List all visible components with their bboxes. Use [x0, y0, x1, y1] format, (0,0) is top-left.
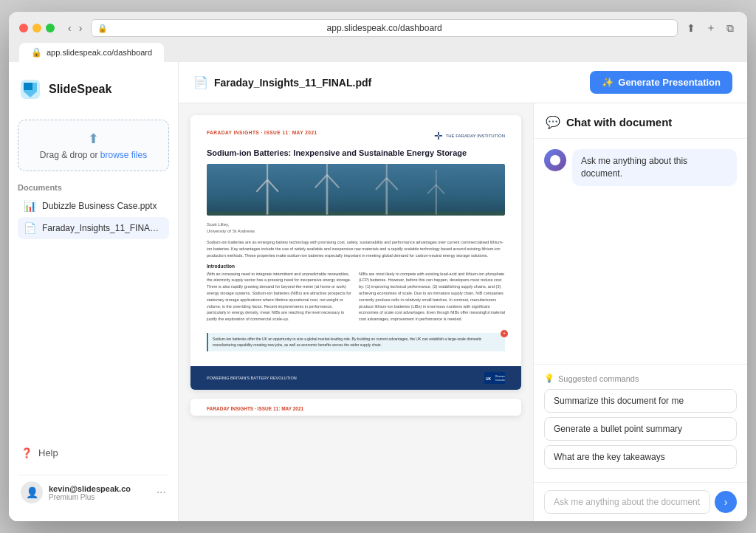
chat-avatar: [544, 149, 566, 171]
svg-text:UK: UK: [486, 376, 492, 381]
main-content: 📄 Faraday_Insights_11_FINAL.pdf ✨ Genera…: [179, 62, 747, 521]
back-button[interactable]: ‹: [65, 21, 75, 35]
bulb-icon: 💡: [544, 374, 554, 383]
highlight-badge: +: [501, 330, 508, 337]
institution-name: THE FARADAY INSTITUTION: [446, 134, 505, 138]
svg-rect-5: [267, 180, 269, 215]
sidebar: SlideSpeak ⬆ Drag & drop or browse files…: [9, 62, 179, 521]
windows-button[interactable]: ⧉: [724, 20, 737, 36]
logo-text: SlideSpeak: [49, 83, 111, 96]
doc-header-row: FARADAY INSIGHTS · ISSUE 11: MAY 2021 ✛ …: [207, 130, 505, 142]
browser-chrome: ‹ › 🔒 app.slidespeak.co/dashboard ⬆ ＋ ⧉ …: [9, 12, 747, 62]
doc-page2-header: FARADAY INSIGHTS · ISSUE 11: MAY 2021: [190, 399, 521, 416]
doc-columns: With an increasing need to integrate int…: [207, 271, 505, 327]
doc-page-inner: FARADAY INSIGHTS · ISSUE 11: MAY 2021 ✛ …: [190, 115, 521, 366]
browser-actions: ⬆ ＋ ⧉: [684, 20, 737, 36]
user-plan: Premium Plus: [49, 493, 151, 501]
upload-label: Drag & drop or: [40, 150, 100, 160]
document-preview[interactable]: FARADAY INSIGHTS · ISSUE 11: MAY 2021 ✛ …: [179, 103, 533, 521]
col1-text: With an increasing need to integrate int…: [207, 271, 353, 323]
chat-title-text: Chat with document: [566, 116, 672, 128]
intro-label: Introduction: [207, 264, 505, 269]
highlight-text: Sodium-ion batteries offer the UK an opp…: [213, 337, 501, 348]
author-name: Scott Lilley,: [207, 221, 505, 228]
app-layout: SlideSpeak ⬆ Drag & drop or browse files…: [9, 62, 747, 521]
uk-research-logo: UK Research Innovation: [484, 372, 505, 384]
chat-message-initial: Ask me anything about this document.: [544, 149, 737, 186]
slidespeak-logo-icon: [18, 77, 43, 102]
chat-send-button[interactable]: ›: [715, 491, 737, 513]
traffic-lights: [19, 24, 55, 32]
svg-rect-17: [436, 185, 437, 215]
new-tab-button[interactable]: ＋: [703, 20, 719, 36]
doc-page-1: FARADAY INSIGHTS · ISSUE 11: MAY 2021 ✛ …: [190, 115, 521, 390]
generate-icon: ✨: [602, 77, 614, 88]
user-avatar: 👤: [21, 481, 43, 503]
user-icon: 👤: [26, 486, 38, 498]
svg-rect-4: [207, 212, 505, 216]
chat-title: 💬 Chat with document: [546, 115, 735, 129]
generate-btn-label: Generate Presentation: [618, 77, 721, 88]
generate-presentation-button[interactable]: ✨ Generate Presentation: [590, 71, 732, 94]
chat-input-row: ›: [534, 482, 747, 521]
forward-button[interactable]: ›: [76, 21, 86, 35]
content-area: FARADAY INSIGHTS · ISSUE 11: MAY 2021 ✛ …: [179, 103, 747, 521]
document-item-pptx[interactable]: 📊 Dubizzle Business Case.pptx: [18, 195, 169, 217]
upload-zone[interactable]: ⬆ Drag & drop or browse files: [18, 120, 169, 171]
svg-text:Research: Research: [495, 375, 505, 378]
chat-header: 💬 Chat with document: [534, 103, 747, 139]
suggestion-btn-1[interactable]: Generate a bullet point summary: [544, 417, 737, 441]
chat-input[interactable]: [544, 490, 710, 514]
svg-rect-22: [495, 372, 505, 384]
documents-section: Documents 📊 Dubizzle Business Case.pptx …: [18, 183, 169, 239]
file-pdf-icon: 📄: [193, 75, 208, 89]
file-title: 📄 Faraday_Insights_11_FINAL.pdf: [193, 75, 371, 89]
active-tab[interactable]: 🔒 app.slidespeak.co/dashboard: [19, 43, 164, 62]
chat-messages: Ask me anything about this document.: [534, 139, 747, 364]
faraday-logo: ✛ THE FARADAY INSTITUTION: [434, 130, 505, 142]
sidebar-logo: SlideSpeak: [18, 74, 169, 108]
help-label: Help: [38, 447, 58, 458]
share-button[interactable]: ⬆: [684, 20, 698, 36]
user-info: kevin@slidespeak.co Premium Plus: [49, 484, 151, 501]
doc-body-text: Sodium-ion batteries are an emerging bat…: [207, 239, 505, 258]
svg-rect-9: [326, 175, 329, 215]
lock-icon: 🔒: [97, 24, 108, 33]
browser-controls: ‹ › 🔒 app.slidespeak.co/dashboard ⬆ ＋ ⧉: [19, 19, 737, 37]
author-affil: University of St Andrews: [207, 228, 505, 235]
minimize-button[interactable]: [32, 24, 41, 32]
doc-title: Sodium-ion Batteries: Inexpensive and Su…: [207, 148, 505, 158]
svg-marker-2: [24, 83, 32, 90]
suggestion-btn-0[interactable]: Summarize this document for me: [544, 389, 737, 413]
doc-author: Scott Lilley, University of St Andrews: [207, 221, 505, 235]
address-bar[interactable]: 🔒 app.slidespeak.co/dashboard: [91, 19, 678, 37]
user-more-button[interactable]: ···: [157, 486, 166, 499]
tab-favicon: 🔒: [31, 47, 42, 58]
close-button[interactable]: [19, 24, 28, 32]
initial-message: Ask me anything about this document.: [581, 156, 687, 179]
pptx-icon: 📊: [24, 200, 36, 212]
suggestions-label-text: Suggested commands: [558, 374, 639, 383]
maximize-button[interactable]: [46, 24, 55, 32]
chat-icon: 💬: [546, 115, 560, 129]
tab-bar: 🔒 app.slidespeak.co/dashboard: [19, 43, 737, 62]
file-name: Faraday_Insights_11_FINAL.pdf: [214, 77, 371, 89]
highlight-box: Sodium-ion batteries offer the UK an opp…: [207, 333, 505, 351]
document-item-pdf[interactable]: 📄 Faraday_Insights_11_FINAL....: [18, 217, 169, 239]
help-icon: ❓: [21, 447, 32, 458]
suggestion-btn-2[interactable]: What are the key takeaways: [544, 445, 737, 469]
doc-name-pptx: Dubizzle Business Case.pptx: [42, 201, 157, 211]
doc-page-2: FARADAY INSIGHTS · ISSUE 11: MAY 2021: [190, 399, 521, 416]
upload-icon: ⬆: [29, 131, 158, 147]
suggestions-label: 💡 Suggested commands: [544, 374, 737, 383]
nav-buttons: ‹ ›: [65, 21, 85, 35]
sidebar-help[interactable]: ❓ Help: [18, 443, 169, 463]
col2-text: NIBs are most likely to compete with exi…: [359, 271, 505, 323]
browse-files-link[interactable]: browse files: [100, 150, 147, 160]
documents-label: Documents: [18, 183, 169, 192]
doc-footer: POWERING BRITAIN'S BATTERY REVOLUTION UK…: [190, 366, 521, 390]
url-text: app.slidespeak.co/dashboard: [327, 23, 442, 33]
sidebar-spacer: [18, 251, 169, 431]
suggestions-section: 💡 Suggested commands Summarize this docu…: [534, 364, 747, 482]
sidebar-user: 👤 kevin@slidespeak.co Premium Plus ···: [18, 475, 169, 509]
